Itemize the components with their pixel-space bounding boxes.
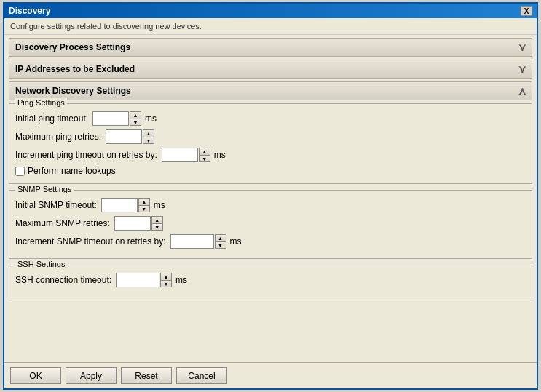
initial-ping-timeout-spin-buttons: ▲ ▼ <box>130 111 141 126</box>
ssh-connection-timeout-row: SSH connection timeout: 5000 ▲ ▼ ms <box>15 273 526 287</box>
ok-button[interactable]: OK <box>10 367 61 384</box>
initial-ping-timeout-label: Initial ping timeout: <box>15 113 88 124</box>
title-bar: Discovery X <box>4 4 537 18</box>
discovery-process-label: Discovery Process Settings <box>15 42 130 52</box>
increment-ping-row: Increment ping timeout on retries by: 20… <box>15 148 526 162</box>
max-ping-retries-input[interactable]: 1 <box>106 129 142 144</box>
ssh-connection-timeout-spinner: 5000 ▲ ▼ <box>116 273 172 287</box>
initial-snmp-timeout-unit: ms <box>154 200 165 210</box>
ip-addresses-chevron: ⋎ <box>518 63 526 75</box>
initial-snmp-timeout-up[interactable]: ▲ <box>138 198 150 205</box>
max-ping-retries-down[interactable]: ▼ <box>143 137 154 144</box>
initial-ping-timeout-spinner: 200 ▲ ▼ <box>92 111 141 126</box>
increment-ping-spinner: 200 ▲ ▼ <box>162 148 210 162</box>
initial-snmp-timeout-label: Initial SNMP timeout: <box>15 200 97 210</box>
ping-settings-group: Ping Settings Initial ping timeout: 200 … <box>9 103 532 184</box>
max-ping-retries-spin-buttons: ▲ ▼ <box>143 129 154 144</box>
cancel-button[interactable]: Cancel <box>176 367 227 384</box>
initial-ping-timeout-row: Initial ping timeout: 200 ▲ ▼ ms <box>15 111 526 126</box>
discovery-process-chevron: ⋎ <box>518 41 526 53</box>
initial-ping-timeout-down[interactable]: ▼ <box>130 119 141 126</box>
snmp-settings-group: SNMP Settings Initial SNMP timeout: 500 … <box>9 190 532 259</box>
increment-ping-input[interactable]: 200 <box>162 148 198 162</box>
max-ping-retries-up[interactable]: ▲ <box>143 129 154 137</box>
increment-snmp-unit: ms <box>230 236 242 247</box>
max-snmp-retries-up[interactable]: ▲ <box>151 216 163 223</box>
ssh-connection-timeout-spin-buttons: ▲ ▼ <box>160 273 172 287</box>
max-snmp-retries-row: Maximum SNMP retries: 1 ▲ ▼ <box>15 216 526 231</box>
initial-snmp-timeout-spinner: 500 ▲ ▼ <box>101 198 150 212</box>
increment-ping-up[interactable]: ▲ <box>199 148 210 155</box>
dialog-footer: OK Apply Reset Cancel <box>4 362 537 388</box>
dialog-content: Discovery Process Settings ⋎ IP Addresse… <box>4 35 537 362</box>
ssh-connection-timeout-up[interactable]: ▲ <box>160 273 172 280</box>
name-lookup-row: Perform name lookups <box>15 166 526 176</box>
reset-button[interactable]: Reset <box>121 367 172 384</box>
initial-snmp-timeout-input[interactable]: 500 <box>101 198 138 212</box>
name-lookup-label: Perform name lookups <box>28 166 116 176</box>
apply-button[interactable]: Apply <box>66 367 117 384</box>
network-discovery-content: Ping Settings Initial ping timeout: 200 … <box>9 103 532 297</box>
initial-snmp-timeout-spin-buttons: ▲ ▼ <box>138 198 150 212</box>
ssh-connection-timeout-input[interactable]: 5000 <box>116 273 159 287</box>
snmp-settings-legend: SNMP Settings <box>15 185 74 193</box>
max-ping-retries-row: Maximum ping retries: 1 ▲ ▼ <box>15 129 526 144</box>
increment-snmp-down[interactable]: ▼ <box>215 241 226 249</box>
ip-addresses-label: IP Addresses to be Excluded <box>15 64 135 74</box>
max-snmp-retries-input[interactable]: 1 <box>114 216 151 231</box>
network-discovery-label: Network Discovery Settings <box>15 86 131 96</box>
dialog-subtitle: Configure settings related to discoverin… <box>4 18 537 35</box>
initial-ping-timeout-up[interactable]: ▲ <box>130 111 141 119</box>
increment-ping-unit: ms <box>214 150 226 160</box>
increment-ping-down[interactable]: ▼ <box>199 155 210 162</box>
max-ping-retries-spinner: 1 ▲ ▼ <box>106 129 154 144</box>
ssh-connection-timeout-label: SSH connection timeout: <box>15 275 111 285</box>
ssh-connection-timeout-unit: ms <box>175 275 187 285</box>
close-button[interactable]: X <box>521 6 532 16</box>
initial-snmp-timeout-row: Initial SNMP timeout: 500 ▲ ▼ ms <box>15 198 526 212</box>
discovery-dialog: Discovery X Configure settings related t… <box>3 2 538 390</box>
ssh-connection-timeout-down[interactable]: ▼ <box>160 280 172 287</box>
initial-ping-timeout-input[interactable]: 200 <box>92 111 129 126</box>
ip-addresses-header[interactable]: IP Addresses to be Excluded ⋎ <box>9 60 532 79</box>
increment-snmp-spin-buttons: ▲ ▼ <box>215 234 226 249</box>
discovery-process-header[interactable]: Discovery Process Settings ⋎ <box>9 38 532 57</box>
max-snmp-retries-spinner: 1 ▲ ▼ <box>114 216 163 231</box>
dialog-title: Discovery <box>9 6 50 16</box>
name-lookup-checkbox[interactable] <box>15 167 25 176</box>
increment-ping-label: Increment ping timeout on retries by: <box>15 150 157 160</box>
max-snmp-retries-down[interactable]: ▼ <box>151 223 163 231</box>
ssh-settings-group: SSH Settings SSH connection timeout: 500… <box>9 265 532 297</box>
ssh-settings-legend: SSH Settings <box>15 260 67 268</box>
max-ping-retries-label: Maximum ping retries: <box>15 132 101 142</box>
ping-settings-legend: Ping Settings <box>15 98 67 107</box>
increment-snmp-spinner: 1000 ▲ ▼ <box>170 234 226 249</box>
network-discovery-header[interactable]: Network Discovery Settings ⋏ <box>9 81 532 100</box>
network-discovery-chevron: ⋏ <box>518 85 526 97</box>
increment-snmp-row: Increment SNMP timeout on retries by: 10… <box>15 234 526 249</box>
initial-ping-timeout-unit: ms <box>145 113 157 124</box>
initial-snmp-timeout-down[interactable]: ▼ <box>138 205 150 212</box>
increment-snmp-label: Increment SNMP timeout on retries by: <box>15 236 166 247</box>
increment-ping-spin-buttons: ▲ ▼ <box>199 148 210 162</box>
max-snmp-retries-spin-buttons: ▲ ▼ <box>151 216 163 231</box>
increment-snmp-input[interactable]: 1000 <box>170 234 214 249</box>
increment-snmp-up[interactable]: ▲ <box>215 234 226 241</box>
max-snmp-retries-label: Maximum SNMP retries: <box>15 218 110 228</box>
